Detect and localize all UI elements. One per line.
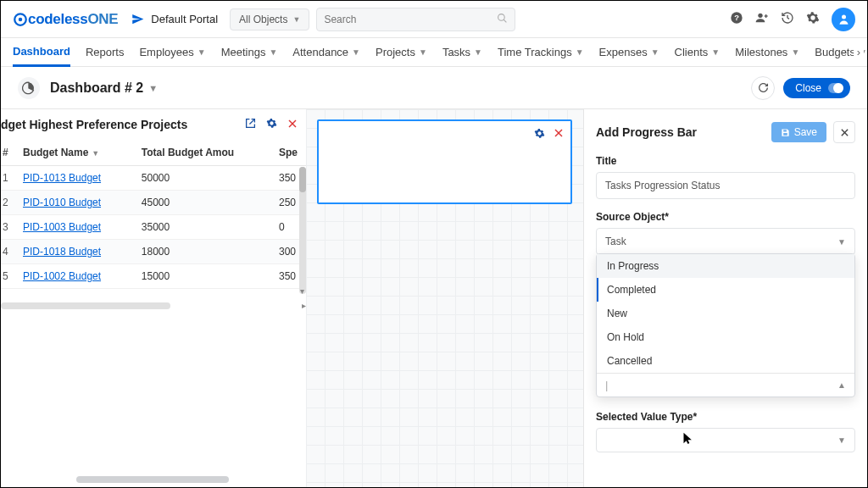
chevron-down-icon[interactable]: ▼: [148, 83, 158, 93]
scrollbar-vertical[interactable]: [299, 167, 306, 294]
logo-text-codeless: codeless: [28, 11, 87, 28]
option-in-progress[interactable]: In Progress: [597, 254, 854, 278]
pie-chart-icon: [18, 77, 40, 99]
selected-value-type-select[interactable]: ▼: [596, 428, 855, 452]
save-icon: [781, 128, 790, 137]
nav-meetings[interactable]: Meetings▼: [221, 46, 278, 58]
nav-clients[interactable]: Clients▼: [675, 46, 721, 58]
svg-point-1: [19, 17, 23, 21]
option-new[interactable]: New: [597, 302, 854, 325]
svg-point-6: [758, 14, 762, 18]
close-panel-icon[interactable]: [833, 121, 855, 143]
nav-reports[interactable]: Reports: [86, 46, 125, 58]
chevron-down-icon: ▼: [292, 15, 300, 24]
main-nav: Dashboard Reports Employees▼ Meetings▼ A…: [1, 38, 867, 67]
title-input[interactable]: [596, 172, 855, 199]
scrollbar-horizontal[interactable]: [76, 476, 229, 483]
toggle-icon: [828, 83, 843, 93]
history-icon[interactable]: [781, 11, 794, 27]
nav-projects[interactable]: Projects▼: [376, 46, 427, 58]
chevron-down-icon: ▼: [711, 47, 720, 57]
nav-milestones[interactable]: Milestones▼: [735, 46, 799, 58]
chevron-down-icon: ▼: [651, 47, 659, 57]
budget-link[interactable]: PID-1010 Budget: [23, 197, 101, 208]
nav-dashboard[interactable]: Dashboard: [13, 38, 70, 67]
search-icon[interactable]: [497, 13, 508, 26]
nav-employees[interactable]: Employees▼: [139, 46, 205, 58]
nav-attendance[interactable]: Attendance▼: [292, 46, 360, 58]
paper-plane-icon[interactable]: [131, 13, 144, 25]
chevron-down-icon: ▼: [837, 237, 846, 247]
canvas[interactable]: [306, 109, 583, 487]
chevron-up-icon[interactable]: ▲: [837, 380, 846, 390]
nav-tasks[interactable]: Tasks▼: [442, 46, 482, 58]
gear-icon[interactable]: [266, 118, 277, 131]
col-idx[interactable]: #: [1, 140, 16, 166]
table-row[interactable]: 3PID-1003 Budget350000: [1, 215, 306, 240]
table-row[interactable]: 1PID-1013 Budget50000350: [1, 166, 306, 191]
source-object-label: Source Object*: [596, 211, 855, 223]
dropdown-search-row[interactable]: | ▲: [597, 374, 854, 396]
option-completed[interactable]: Completed: [597, 278, 854, 302]
option-on-hold[interactable]: On Hold: [597, 325, 854, 349]
table-row[interactable]: 2PID-1010 Budget45000250: [1, 191, 306, 215]
chevron-down-icon: ▼: [269, 47, 277, 57]
logo: codelessONE: [13, 11, 118, 28]
objects-select[interactable]: All Objects ▼: [230, 8, 309, 30]
logo-icon: [13, 12, 28, 27]
col-budget-name[interactable]: Budget Name▼: [16, 140, 135, 166]
gear-icon[interactable]: [534, 128, 545, 141]
status-dropdown: In Progress Completed New On Hold Cancel…: [596, 253, 855, 397]
close-icon[interactable]: [554, 128, 564, 141]
titlebar-right: Close: [751, 76, 850, 100]
gear-icon[interactable]: [806, 11, 820, 27]
titlebar: Dashboard # 2 ▼ Close: [1, 67, 867, 109]
source-object-select[interactable]: Task ▼: [596, 228, 855, 255]
option-cancelled[interactable]: Cancelled: [597, 349, 854, 373]
search-input[interactable]: [324, 14, 497, 25]
table-row[interactable]: 4PID-1018 Budget18000300: [1, 240, 306, 264]
help-icon[interactable]: ?: [730, 11, 743, 27]
widget-title: dget Highest Preference Projects: [1, 118, 245, 131]
save-button[interactable]: Save: [771, 122, 826, 142]
left-panel: dget Highest Preference Projects # Budge…: [1, 109, 306, 487]
col-spe[interactable]: Spe: [272, 140, 306, 166]
col-amount[interactable]: Total Budget Amou: [135, 140, 272, 166]
svg-text:?: ?: [734, 14, 739, 22]
add-user-icon[interactable]: [755, 11, 769, 27]
app-header: codelessONE Default Portal All Objects ▼…: [1, 1, 867, 38]
chevron-down-icon: ▼: [419, 47, 427, 57]
row-nav-icon[interactable]: ▾: [300, 286, 304, 296]
budget-link[interactable]: PID-1003 Budget: [23, 221, 101, 233]
selected-value-type-label: Selected Value Type*: [596, 411, 855, 423]
panel-heading: Add Progress Bar: [596, 125, 697, 139]
page-title: Dashboard # 2: [50, 80, 143, 96]
svg-point-9: [842, 15, 846, 19]
dropdown-search-input[interactable]: [609, 380, 837, 391]
nav-time-trackings[interactable]: Time Trackings▼: [498, 46, 584, 58]
refresh-button[interactable]: [751, 76, 775, 100]
logo-text-one: ONE: [87, 11, 118, 28]
open-external-icon[interactable]: [245, 118, 256, 131]
chevron-down-icon: ▼: [198, 47, 206, 57]
nav-scroll-right-icon[interactable]: ›: [854, 42, 864, 62]
budget-link[interactable]: PID-1013 Budget: [23, 172, 101, 184]
close-button[interactable]: Close: [783, 78, 850, 98]
new-widget[interactable]: [317, 119, 572, 204]
sort-icon: ▼: [92, 149, 99, 158]
close-icon[interactable]: [287, 119, 298, 131]
budget-link[interactable]: PID-1002 Budget: [23, 270, 101, 282]
close-label: Close: [795, 82, 821, 94]
table-row[interactable]: 5PID-1002 Budget15000350: [1, 264, 306, 289]
chevron-down-icon: ▼: [474, 47, 482, 57]
chevron-down-icon: ▼: [791, 47, 799, 57]
source-value: Task: [605, 236, 626, 247]
portal-name[interactable]: Default Portal: [151, 13, 218, 25]
nav-expenses[interactable]: Expenses▼: [599, 46, 659, 58]
scrollbar-horizontal[interactable]: [1, 302, 170, 309]
budget-table: # Budget Name▼ Total Budget Amou Spe 1PI…: [1, 140, 306, 289]
chevron-down-icon: ▼: [837, 435, 846, 445]
budget-link[interactable]: PID-1018 Budget: [23, 246, 101, 258]
search-input-wrap[interactable]: [316, 8, 515, 31]
avatar[interactable]: [832, 8, 855, 31]
